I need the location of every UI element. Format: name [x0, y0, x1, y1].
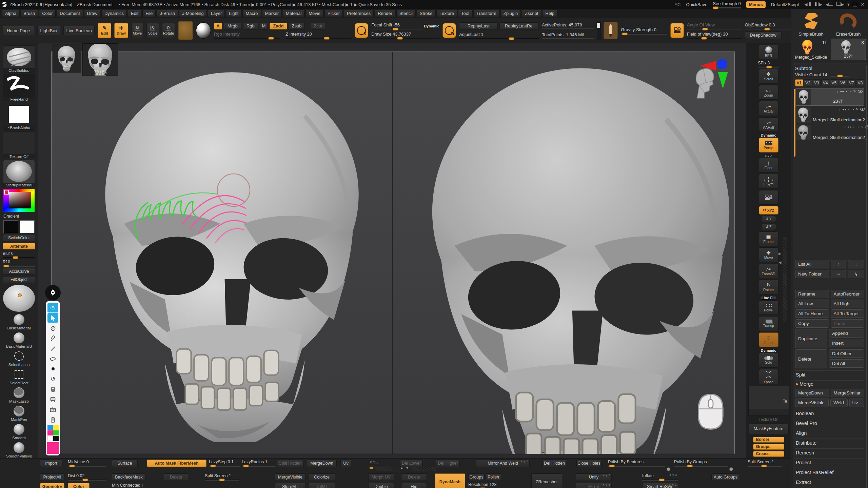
rgb-button[interactable]: Rgb	[243, 23, 258, 29]
tab-v6[interactable]: V6	[839, 79, 847, 86]
current-material-tile[interactable]: StartupMaterial	[3, 160, 35, 187]
menu-zplugin[interactable]: Zplugin	[500, 10, 521, 17]
menu-light[interactable]: Light	[226, 10, 241, 17]
current-brush-preview[interactable]	[178, 21, 193, 40]
rf-slider[interactable]: Rf 0	[3, 260, 35, 266]
dist-slider[interactable]: Dist 0.02	[68, 473, 106, 480]
simple-brush-item[interactable]: SimpleBrush	[793, 11, 829, 37]
clipboard-tool-button[interactable]	[47, 415, 58, 424]
all-low-button[interactable]: All Low	[795, 300, 829, 308]
tab-v2[interactable]: V2	[804, 79, 812, 86]
switch-color-button[interactable]: SwitchColor	[3, 235, 35, 241]
polish-mode-dot[interactable]	[729, 467, 733, 471]
saturation-square[interactable]	[9, 192, 31, 208]
tab-v8[interactable]: V8	[856, 79, 864, 86]
rgb-intensity-slider[interactable]: Rgb Intensity	[214, 32, 280, 39]
quicksave-button[interactable]: QuickSave	[686, 2, 707, 7]
select-rect-item[interactable]: SelectRect	[9, 368, 28, 385]
menu-color[interactable]: Color	[39, 10, 56, 17]
canvas-scroll-strip[interactable]	[783, 237, 787, 322]
unify-button[interactable]: Unifyx y z	[576, 473, 612, 481]
minimize-button[interactable]: ▾	[847, 2, 849, 7]
tab-v1[interactable]: V1	[795, 79, 803, 86]
deep-shadow-button[interactable]: DeepShadow	[745, 32, 782, 39]
all-to-target-button[interactable]: All To Target	[831, 309, 865, 318]
menu-movie[interactable]: Movie	[305, 10, 323, 17]
adjust-badge[interactable]: D	[442, 23, 456, 38]
scroll-button[interactable]: ✥Scroll	[759, 69, 778, 83]
home-page-button[interactable]: Home Page	[3, 26, 34, 35]
replay-last-button[interactable]: ReplayLast	[459, 22, 498, 30]
menu-render[interactable]: Render	[375, 10, 395, 17]
split-screen-slider[interactable]: Split Screen 1	[205, 473, 239, 480]
visible-count-slider[interactable]: Visible Count 14	[795, 72, 864, 77]
uv-toggle-button[interactable]: Uv	[340, 460, 351, 467]
delete-button[interactable]: Delete	[795, 349, 827, 368]
del-higher-button[interactable]: Del Higher	[436, 460, 460, 467]
restore-button[interactable]	[853, 3, 857, 6]
displacement-icon[interactable]: ◑	[850, 89, 852, 93]
camera-head-preview[interactable]	[692, 66, 716, 99]
drop-icon[interactable]: ↓	[839, 107, 841, 111]
subtool-row[interactable]: ↓ ●● ◐ ◑ ✎ Merged_Skull-decimation2	[795, 106, 864, 123]
visibility-eye-icon[interactable]	[858, 90, 863, 93]
axis-z-icon[interactable]	[717, 59, 727, 69]
brush-preview-sphere[interactable]	[3, 285, 35, 312]
tab-v7[interactable]: V7	[848, 79, 856, 86]
palette-magenta[interactable]	[47, 430, 53, 435]
displacement-icon[interactable]: ◑	[852, 107, 854, 111]
all-high-button[interactable]: All High	[831, 300, 865, 308]
del-mt-button[interactable]: DelMT	[308, 483, 335, 488]
lazyradius-slider[interactable]: LazyRadius 1	[242, 460, 275, 466]
section-boolean[interactable]: Boolean	[795, 409, 864, 417]
section-split[interactable]: Split	[795, 370, 864, 378]
obj-shadow-slider[interactable]: ObjShadow 0.3	[745, 22, 791, 29]
bpr-render-button[interactable]: BPR	[759, 45, 778, 59]
displacement-icon[interactable]: ◑	[857, 125, 859, 129]
section-extract[interactable]: Extract	[795, 478, 864, 486]
insert-button[interactable]: Insert	[829, 339, 864, 347]
new-folder-button[interactable]: New Folder	[795, 270, 829, 278]
list-all-button[interactable]: List All	[795, 260, 829, 268]
focal-shift-slider[interactable]: Focal Shift -56	[371, 22, 422, 29]
zremesher-button[interactable]: ZRemesher	[531, 473, 562, 488]
menu-document[interactable]: Document	[57, 10, 83, 17]
smooth-valleys-item[interactable]: SmoothValleys	[6, 442, 32, 458]
auto-reorder-button[interactable]: AutoReorder	[831, 290, 865, 298]
eraser-brush-item[interactable]: EraserBrush	[831, 11, 866, 37]
border-button[interactable]: Border	[753, 437, 784, 443]
spix-slider[interactable]: SPix 3	[758, 61, 779, 67]
uv-icon[interactable]: ◐	[853, 125, 855, 129]
eraser-tool-button[interactable]	[47, 354, 58, 363]
gravity-strength-slider[interactable]: Gravity Strength 0	[621, 27, 667, 34]
geometry-tab-button[interactable]: Geometry	[40, 483, 64, 488]
menu-macro[interactable]: Macro	[242, 10, 261, 17]
snapshot-thumbnail-2[interactable]	[82, 43, 118, 76]
timer-tool-button[interactable]	[47, 323, 58, 333]
zadd-button[interactable]: Zadd	[270, 23, 287, 29]
clear-trash-button[interactable]	[47, 384, 58, 394]
project-all-button[interactable]: ProjectAll	[40, 473, 64, 481]
mask-by-feature-button[interactable]: MaskByFeature	[749, 423, 789, 434]
alternate-button[interactable]: Alternate	[3, 243, 35, 249]
smart-resym-button[interactable]: Smart ReSymx y z	[642, 483, 678, 488]
dock-right-icon[interactable]: ▶	[836, 2, 844, 7]
see-through-slider[interactable]: See-through 0	[713, 1, 741, 8]
section-bevel-pro[interactable]: Bevel Pro	[795, 419, 864, 427]
current-brush-tile[interactable]: ClayBuildup	[3, 45, 35, 73]
polish-by-groups-slider[interactable]: Polish By Groups	[674, 460, 728, 466]
persp-button[interactable]: Persp	[759, 138, 778, 152]
delete-button-dim2[interactable]: Delete	[402, 473, 426, 481]
mergedown-button[interactable]: MergeDown	[307, 460, 337, 467]
rotate-xyz-button[interactable]: ↺XYZ	[759, 206, 778, 215]
groups-toggle-button[interactable]: Groups	[468, 473, 485, 481]
document-area[interactable]	[51, 52, 735, 454]
pen-launcher-button[interactable]	[45, 285, 61, 301]
section-merge[interactable]: Merge	[795, 380, 864, 387]
all-to-home-button[interactable]: All To Home	[795, 309, 829, 318]
resolution-slider[interactable]: Resolution 128	[468, 482, 509, 488]
move-into-button[interactable]: ↳	[848, 270, 864, 278]
drop-icon[interactable]: ↓	[836, 89, 838, 93]
axis-y-icon[interactable]	[718, 72, 728, 89]
subtool-row[interactable]: ↓ ●● ◐ ◑ ✎ Merged_Skull-decimation2_4	[795, 124, 864, 141]
